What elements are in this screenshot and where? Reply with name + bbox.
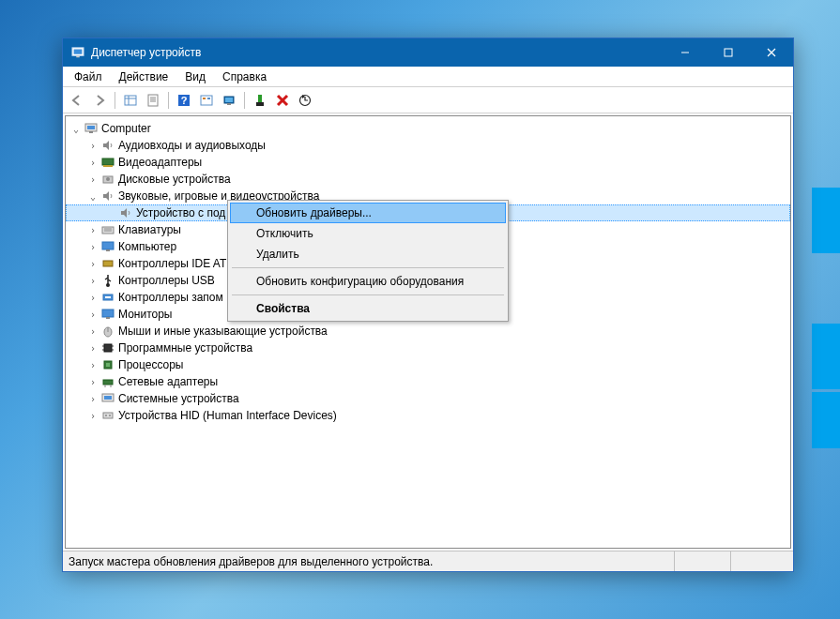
- device-tree[interactable]: ⌄ Computer › Аудиовходы и аудиовыходы › …: [65, 115, 791, 549]
- tree-node-hid[interactable]: › Устройства HID (Human Interface Device…: [66, 407, 790, 424]
- svg-rect-29: [89, 131, 93, 133]
- expand-icon[interactable]: ›: [86, 225, 99, 235]
- expand-icon[interactable]: ›: [86, 259, 99, 269]
- expand-icon[interactable]: ›: [86, 310, 99, 320]
- menu-file[interactable]: Файл: [67, 68, 110, 85]
- expand-icon[interactable]: ›: [86, 411, 99, 421]
- speaker-icon: [117, 206, 134, 219]
- tree-root[interactable]: ⌄ Computer: [66, 120, 790, 137]
- expand-icon[interactable]: ›: [86, 141, 99, 151]
- collapse-icon[interactable]: ⌄: [86, 191, 99, 202]
- svg-rect-28: [87, 126, 95, 129]
- scan-hardware-button[interactable]: [295, 90, 315, 111]
- tree-label: Программные устройства: [116, 341, 252, 355]
- svg-rect-22: [258, 95, 262, 102]
- controller-icon: [99, 257, 116, 270]
- ctx-separator: [232, 267, 504, 268]
- svg-rect-23: [256, 102, 264, 106]
- maximize-button[interactable]: [707, 38, 750, 67]
- ctx-disable[interactable]: Отключить: [230, 223, 506, 244]
- svg-rect-37: [102, 242, 114, 249]
- expand-icon[interactable]: ›: [86, 174, 99, 185]
- tree-node-video[interactable]: › Видеоадаптеры: [66, 154, 790, 171]
- computer-icon: [83, 122, 99, 135]
- svg-rect-17: [203, 98, 206, 99]
- tree-label: Аудиовходы и аудиовыходы: [116, 139, 266, 152]
- expand-icon[interactable]: ›: [86, 276, 99, 286]
- expand-icon[interactable]: ›: [86, 360, 99, 370]
- tree-label: Computer: [99, 122, 151, 135]
- tree-node-mice[interactable]: › Мыши и иные указывающие устройства: [66, 323, 790, 340]
- svg-rect-54: [106, 363, 110, 367]
- window-title: Диспетчер устройств: [91, 46, 664, 59]
- tree-label: Дисковые устройства: [116, 173, 231, 186]
- ctx-scan-hardware[interactable]: Обновить конфигурацию оборудования: [230, 271, 506, 292]
- ctx-update-drivers[interactable]: Обновить драйверы...: [230, 203, 506, 223]
- tree-node-cpu[interactable]: › Процессоры: [66, 356, 790, 373]
- scan-button[interactable]: [196, 90, 217, 111]
- tree-node-audio-io[interactable]: › Аудиовходы и аудиовыходы: [66, 137, 790, 154]
- svg-rect-60: [103, 413, 113, 418]
- menubar: Файл Действие Вид Справка: [63, 67, 793, 87]
- tree-node-disk[interactable]: › Дисковые устройства: [66, 171, 790, 188]
- tree-label: Компьютер: [116, 240, 176, 253]
- network-icon: [99, 375, 116, 388]
- tree-label: Клавиатуры: [116, 223, 181, 236]
- update-driver-button[interactable]: [219, 90, 239, 111]
- svg-rect-45: [106, 317, 110, 319]
- toolbar-separator: [168, 92, 169, 109]
- speaker-icon: [99, 139, 116, 152]
- svg-rect-21: [227, 103, 231, 105]
- expand-icon[interactable]: ›: [86, 394, 99, 404]
- menu-view[interactable]: Вид: [177, 68, 213, 85]
- tree-node-software[interactable]: › Программные устройства: [66, 340, 790, 356]
- svg-rect-44: [102, 310, 114, 317]
- collapse-icon[interactable]: ⌄: [69, 124, 83, 134]
- app-icon: [70, 45, 85, 60]
- expand-icon[interactable]: ›: [86, 377, 99, 387]
- expand-icon[interactable]: ›: [86, 242, 99, 252]
- window-controls: [664, 38, 793, 67]
- menu-help[interactable]: Справка: [215, 68, 274, 85]
- expand-icon[interactable]: ›: [86, 326, 99, 337]
- tree-label: Контроллеры запом: [116, 291, 223, 304]
- tree-label: Устройство с под: [134, 206, 225, 219]
- svg-rect-16: [201, 96, 212, 105]
- help-button[interactable]: ?: [174, 90, 194, 111]
- svg-point-61: [105, 415, 107, 416]
- storage-controller-icon: [99, 291, 116, 304]
- svg-rect-20: [225, 98, 233, 102]
- show-hidden-button[interactable]: [120, 90, 141, 111]
- desktop-tile: [812, 392, 840, 448]
- tree-node-system[interactable]: › Системные устройства: [66, 390, 790, 407]
- back-button[interactable]: [67, 90, 87, 111]
- svg-rect-4: [725, 49, 732, 56]
- statusbar: Запуск мастера обновления драйверов для …: [63, 551, 793, 571]
- toolbar: ?: [63, 87, 793, 113]
- desktop-tile: [812, 188, 840, 253]
- svg-rect-18: [207, 98, 210, 99]
- expand-icon[interactable]: ›: [86, 343, 99, 354]
- ctx-properties[interactable]: Свойства: [230, 298, 506, 319]
- tree-label: Контроллеры USB: [116, 274, 215, 287]
- expand-icon[interactable]: ›: [86, 293, 99, 303]
- tree-node-network[interactable]: › Сетевые адаптеры: [66, 373, 790, 390]
- expand-icon[interactable]: ›: [86, 158, 99, 168]
- uninstall-button[interactable]: [272, 90, 293, 111]
- forward-button[interactable]: [89, 90, 110, 111]
- titlebar[interactable]: Диспетчер устройств: [63, 38, 793, 67]
- svg-rect-10: [148, 95, 158, 106]
- hid-icon: [99, 409, 116, 422]
- status-cell: [731, 551, 787, 571]
- display-adapter-icon: [99, 156, 116, 169]
- enable-button[interactable]: [250, 90, 270, 111]
- toolbar-separator: [244, 92, 245, 109]
- close-button[interactable]: [750, 38, 793, 67]
- svg-point-62: [109, 415, 111, 416]
- ctx-delete[interactable]: Удалить: [230, 244, 506, 264]
- tree-label: Мыши и иные указывающие устройства: [116, 325, 328, 338]
- minimize-button[interactable]: [664, 38, 707, 67]
- menu-action[interactable]: Действие: [112, 68, 176, 85]
- svg-rect-30: [102, 159, 114, 165]
- properties-button[interactable]: [143, 90, 163, 111]
